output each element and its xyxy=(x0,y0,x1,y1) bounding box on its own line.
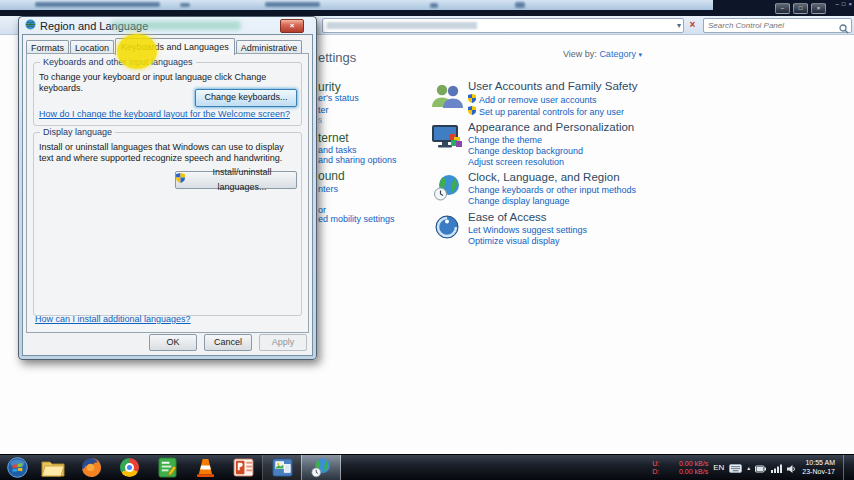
network-status-link-fragment[interactable]: and tasks xyxy=(318,145,357,155)
uac-shield-icon xyxy=(468,106,476,118)
link-label: Change desktop background xyxy=(468,146,583,157)
category-link[interactable]: Add or remove user accounts xyxy=(468,94,828,106)
system-tray: U: 0.00 kB/s D: 0.00 kB/s EN ▴ xyxy=(652,455,854,480)
system-security-heading-fragment[interactable]: urity xyxy=(318,80,341,94)
clock-language-region-icon[interactable] xyxy=(428,173,466,207)
backup-link-fragment[interactable]: ter xyxy=(318,105,329,115)
download-value: 0.00 kB/s xyxy=(679,468,708,476)
view-by-category-link[interactable]: Category xyxy=(599,49,636,59)
devices-printers-link-fragment[interactable]: nters xyxy=(318,184,338,194)
network-speed-meter: U: 0.00 kB/s D: 0.00 kB/s xyxy=(652,460,708,476)
explorer-icon[interactable] xyxy=(34,455,72,480)
network-signal-icon[interactable] xyxy=(771,459,782,477)
close-button[interactable]: × xyxy=(811,3,826,14)
address-dropdown-icon[interactable]: ▾ xyxy=(677,19,681,32)
category-title[interactable]: Ease of Access xyxy=(468,211,828,223)
language-indicator[interactable]: EN xyxy=(713,463,724,472)
category-user-accounts: User Accounts and Family Safety Add or r… xyxy=(428,80,828,118)
show-desktop-button[interactable] xyxy=(843,455,848,480)
keyboards-languages-tab-page: Keyboards and other input languages To c… xyxy=(26,53,309,333)
powerpoint-icon[interactable] xyxy=(224,455,262,480)
blurred-icon xyxy=(430,3,438,8)
dialog-action-buttons: OK Cancel Apply xyxy=(149,334,307,351)
mobility-settings-link-fragment[interactable]: ed mobility settings xyxy=(318,214,395,224)
category-title[interactable]: User Accounts and Family Safety xyxy=(468,80,828,92)
welcome-screen-help-link[interactable]: How do I change the keyboard layout for … xyxy=(39,109,290,119)
uac-shield-icon xyxy=(468,94,476,106)
adjust-settings-heading-fragment: ettings xyxy=(318,50,356,65)
browser-maximize-button[interactable]: □ xyxy=(842,1,846,8)
view-by-dropdown-icon[interactable]: ▾ xyxy=(638,51,642,58)
view-by: View by: Category ▾ xyxy=(563,49,642,59)
link-label: Change display language xyxy=(468,196,570,207)
view-by-label: View by: xyxy=(563,49,597,59)
link-label: Set up parental controls for any user xyxy=(479,107,624,118)
user-accounts-icon[interactable] xyxy=(428,82,466,113)
category-link[interactable]: Adjust screen resolution xyxy=(468,157,828,168)
date: 23-Nov-17 xyxy=(802,468,835,477)
ok-button[interactable]: OK xyxy=(149,334,197,351)
battery-icon[interactable] xyxy=(755,459,766,477)
category-link[interactable]: Change keyboards or other input methods xyxy=(468,185,828,196)
address-stop-icon[interactable]: × xyxy=(686,18,699,31)
clock[interactable]: 10:55 AM 23-Nov-17 xyxy=(802,459,835,476)
keyboards-groupbox-legend: Keyboards and other input languages xyxy=(40,57,196,67)
category-link[interactable]: Change display language xyxy=(468,196,828,207)
category-clock-language-region: Clock, Language, and Region Change keybo… xyxy=(428,171,828,207)
search-input[interactable] xyxy=(704,19,851,32)
blurred-icon xyxy=(180,3,190,7)
additional-languages-help-link[interactable]: How can I install additional languages? xyxy=(35,314,191,324)
firefox-icon[interactable] xyxy=(72,455,110,480)
find-fix-link-fragment[interactable]: s xyxy=(318,115,323,125)
category-title[interactable]: Clock, Language, and Region xyxy=(468,171,828,183)
blurred-tab xyxy=(35,2,160,7)
keyboard-icon[interactable] xyxy=(729,459,742,477)
category-link[interactable]: Optimize visual display xyxy=(468,236,828,247)
show-hidden-icons-arrow[interactable]: ▴ xyxy=(747,464,750,471)
category-link[interactable]: Change the theme xyxy=(468,135,828,146)
hardware-sound-heading-fragment[interactable]: ound xyxy=(318,169,345,183)
editor-icon[interactable] xyxy=(148,455,186,480)
ease-of-access-icon[interactable] xyxy=(428,213,466,245)
region-settings-taskbar-icon[interactable] xyxy=(301,455,341,480)
search-icon xyxy=(839,20,849,38)
dialog-content: Formats Location Keyboards and Languages… xyxy=(22,34,313,356)
link-label: Optimize visual display xyxy=(468,236,560,247)
window-frame-corner: – □ × – □ × xyxy=(713,0,854,16)
chrome-icon[interactable] xyxy=(110,455,148,480)
install-button-label: Install/uninstall languages... xyxy=(188,165,296,195)
appearance-icon[interactable] xyxy=(428,123,466,156)
upload-value: 0.00 kB/s xyxy=(679,460,708,468)
minimize-button[interactable]: – xyxy=(775,3,790,14)
vlc-icon[interactable] xyxy=(186,455,224,480)
change-keyboards-button[interactable]: Change keyboards... xyxy=(195,89,297,107)
taskbar: U: 0.00 kB/s D: 0.00 kB/s EN ▴ xyxy=(0,454,854,480)
category-link[interactable]: Set up parental controls for any user xyxy=(468,106,828,118)
homegroup-link-fragment[interactable]: and sharing options xyxy=(318,155,397,165)
cancel-button[interactable]: Cancel xyxy=(204,334,252,351)
network-internet-heading-fragment[interactable]: ternet xyxy=(318,131,349,145)
time: 10:55 AM xyxy=(805,459,835,468)
maximize-button[interactable]: □ xyxy=(793,3,808,14)
link-label: Change keyboards or other input methods xyxy=(468,185,636,196)
speaker-icon[interactable] xyxy=(787,459,797,477)
install-uninstall-languages-button[interactable]: Install/uninstall languages... xyxy=(175,171,297,189)
photo-app-icon[interactable] xyxy=(262,455,301,480)
address-bar[interactable]: ▾ xyxy=(322,18,684,33)
category-title[interactable]: Appearance and Personalization xyxy=(468,121,828,133)
dialog-titlebar[interactable]: Region and Language × xyxy=(19,17,316,34)
tab-keyboards-and-languages[interactable]: Keyboards and Languages xyxy=(115,38,235,55)
category-link[interactable]: Change desktop background xyxy=(468,146,828,157)
start-button[interactable] xyxy=(0,455,34,480)
blurred-icon xyxy=(515,2,525,8)
browser-minimize-button[interactable]: – xyxy=(836,1,839,8)
apply-button: Apply xyxy=(259,334,307,351)
link-label: Adjust screen resolution xyxy=(468,157,564,168)
review-status-link-fragment[interactable]: er's status xyxy=(318,93,359,103)
category-link[interactable]: Let Windows suggest settings xyxy=(468,225,828,236)
blurred-overlay xyxy=(111,21,241,30)
address-text-blurred xyxy=(327,22,477,29)
browser-close-button[interactable]: × xyxy=(848,1,852,8)
dialog-close-button[interactable]: × xyxy=(280,19,304,33)
category-ease-of-access: Ease of Access Let Windows suggest setti… xyxy=(428,211,828,247)
